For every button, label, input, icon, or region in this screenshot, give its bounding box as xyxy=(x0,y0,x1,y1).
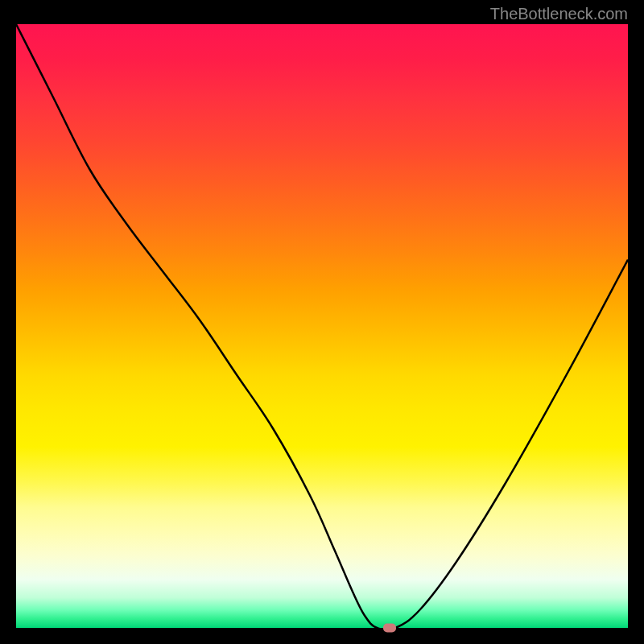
watermark-text: TheBottleneck.com xyxy=(490,5,628,23)
optimal-point-marker xyxy=(383,624,396,633)
bottleneck-curve xyxy=(16,24,628,628)
plot-area xyxy=(16,24,628,628)
chart-container: TheBottleneck.com xyxy=(0,0,644,644)
